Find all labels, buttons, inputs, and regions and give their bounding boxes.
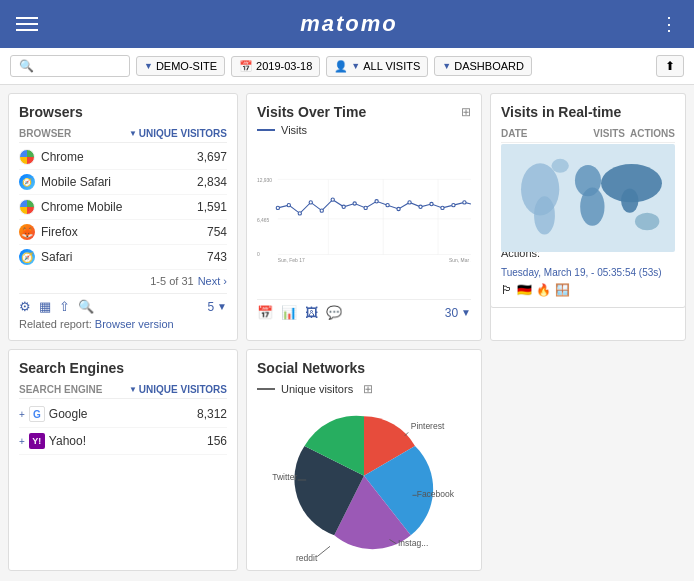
svg-point-13 bbox=[320, 209, 323, 212]
social-pie-container: Pinterest Facebook Instag... reddit Twit… bbox=[257, 400, 471, 560]
visits-bottom-arrow[interactable]: ▼ bbox=[461, 307, 471, 318]
se-row-yahoo: + Y! Yahoo! 156 bbox=[19, 428, 227, 455]
flag2-country-icon: 🇩🇪 bbox=[517, 283, 532, 297]
google-label: Google bbox=[49, 407, 88, 421]
yahoo-icon: Y! bbox=[29, 433, 45, 449]
svg-point-34 bbox=[621, 188, 638, 212]
svg-point-16 bbox=[353, 202, 356, 205]
svg-text:Pinterest: Pinterest bbox=[411, 421, 445, 431]
toolbar: 🔍 ▼ DEMO-SITE 📅 2019-03-18 👤 ▼ ALL VISIT… bbox=[0, 48, 694, 85]
date-button[interactable]: 📅 2019-03-18 bbox=[231, 56, 320, 77]
visits-legend-line bbox=[257, 129, 275, 131]
search-box[interactable]: 🔍 bbox=[10, 55, 130, 77]
social-legend-line bbox=[257, 388, 275, 390]
browser-row-chrome-mobile: Chrome Mobile 1,591 bbox=[19, 195, 227, 220]
demo-site-arrow: ▼ bbox=[144, 61, 153, 71]
svg-text:Sun, Feb 17: Sun, Feb 17 bbox=[278, 258, 305, 263]
google-icon: G bbox=[29, 406, 45, 422]
calendar-icon: 📅 bbox=[239, 60, 253, 73]
visits-chart-icon[interactable]: ⊞ bbox=[461, 105, 471, 119]
bar-chart-icon[interactable]: 📊 bbox=[281, 305, 297, 320]
yahoo-label: Yahoo! bbox=[49, 434, 86, 448]
table-icon[interactable]: ▦ bbox=[39, 299, 51, 314]
comment-icon[interactable]: 💬 bbox=[326, 305, 342, 320]
browser-row-safari: 🧭 Safari 743 bbox=[19, 245, 227, 270]
browser-row-firefox: 🦊 Firefox 754 bbox=[19, 220, 227, 245]
browser-left-safari: 🧭 Safari bbox=[19, 249, 72, 265]
chrome-label: Chrome bbox=[41, 150, 84, 164]
yahoo-expand-icon[interactable]: + bbox=[19, 436, 25, 447]
rows-arrow-icon[interactable]: ▼ bbox=[217, 301, 227, 312]
search-engines-card: Search Engines SEARCH ENGINE ▼ UNIQUE VI… bbox=[8, 349, 238, 571]
svg-text:Sun, Mar 17: Sun, Mar 17 bbox=[449, 258, 471, 263]
related-report: Related report: Browser version bbox=[19, 318, 227, 330]
safari-icon: 🧭 bbox=[19, 249, 35, 265]
chrome-mobile-label: Chrome Mobile bbox=[41, 200, 122, 214]
se-arrow-icon: ▼ bbox=[129, 385, 137, 394]
hamburger-menu[interactable] bbox=[16, 17, 38, 31]
svg-point-25 bbox=[452, 204, 455, 207]
svg-point-11 bbox=[298, 212, 301, 215]
demo-site-button[interactable]: ▼ DEMO-SITE bbox=[136, 56, 225, 76]
svg-point-24 bbox=[441, 206, 444, 209]
svg-line-44 bbox=[317, 546, 330, 556]
chrome-icon bbox=[19, 149, 35, 165]
flag2-icon: 🏳 bbox=[501, 283, 513, 297]
social-legend-label: Unique visitors bbox=[281, 383, 353, 395]
firefox-count: 754 bbox=[207, 225, 227, 239]
google-expand-icon[interactable]: + bbox=[19, 409, 25, 420]
chrome-mobile-count: 1,591 bbox=[197, 200, 227, 214]
rt-col-actions: ACTIONS bbox=[625, 128, 675, 139]
export-icon[interactable]: ⇧ bbox=[59, 299, 70, 314]
search-filter-icon[interactable]: 🔍 bbox=[78, 299, 94, 314]
svg-text:0: 0 bbox=[257, 252, 260, 257]
more-options-icon[interactable]: ⋮ bbox=[660, 13, 678, 35]
all-visits-button[interactable]: 👤 ▼ ALL VISITS bbox=[326, 56, 428, 77]
svg-text:reddit: reddit bbox=[296, 553, 318, 563]
se-left-google: + G Google bbox=[19, 406, 88, 422]
visits-chart-footer: 📅 📊 🖼 💬 30 ▼ bbox=[257, 299, 471, 320]
yahoo-count: 156 bbox=[207, 434, 227, 448]
visitors-col-label: ▼ UNIQUE VISITORS bbox=[129, 128, 227, 139]
social-pie-svg: Pinterest Facebook Instag... reddit Twit… bbox=[264, 395, 464, 565]
mobile-safari-icon: 🧭 bbox=[19, 174, 35, 190]
svg-text:Instag...: Instag... bbox=[398, 538, 428, 548]
collapse-button[interactable]: ⬆ bbox=[656, 55, 684, 77]
svg-text:6,465: 6,465 bbox=[257, 218, 270, 223]
image-icon[interactable]: 🖼 bbox=[305, 305, 318, 320]
search-input[interactable] bbox=[38, 60, 118, 72]
rt-header: DATE VISITS ACTIONS bbox=[501, 128, 675, 143]
chrome-count: 3,697 bbox=[197, 150, 227, 164]
svg-point-20 bbox=[397, 207, 400, 210]
line-chart-svg: 12,930 6,465 0 bbox=[257, 140, 471, 295]
visits-icon: 👤 bbox=[334, 60, 348, 73]
svg-point-14 bbox=[331, 198, 334, 201]
svg-point-10 bbox=[287, 204, 290, 207]
rt-entry-2-time: Tuesday, March 19, - 05:35:54 (53s) bbox=[501, 266, 675, 280]
rows-count: 5 bbox=[207, 300, 214, 314]
browsers-next-link[interactable]: Next › bbox=[198, 275, 227, 287]
visits-legend-label: Visits bbox=[281, 124, 307, 136]
firefox-rt-icon: 🔥 bbox=[536, 283, 551, 297]
se-left-yahoo: + Y! Yahoo! bbox=[19, 433, 86, 449]
browser-version-link[interactable]: Browser version bbox=[95, 318, 174, 330]
visits-chart-area: 12,930 6,465 0 bbox=[257, 140, 471, 295]
svg-point-35 bbox=[635, 213, 659, 230]
world-map-svg bbox=[501, 144, 675, 252]
browsers-pagination: 1-5 of 31 Next › bbox=[19, 275, 227, 287]
app-title: matomo bbox=[300, 11, 398, 37]
calendar-chart-icon[interactable]: 📅 bbox=[257, 305, 273, 320]
svg-point-26 bbox=[463, 201, 466, 204]
settings-icon[interactable]: ⚙ bbox=[19, 299, 31, 314]
mobile-safari-count: 2,834 bbox=[197, 175, 227, 189]
browser-row-chrome: Chrome 3,697 bbox=[19, 145, 227, 170]
browser-col-label: BROWSER bbox=[19, 128, 71, 139]
dashboard-button[interactable]: ▼ DASHBOARD bbox=[434, 56, 532, 76]
social-chart-icon[interactable]: ⊞ bbox=[363, 382, 373, 396]
browser-row-mobile-safari: 🧭 Mobile Safari 2,834 bbox=[19, 170, 227, 195]
se-table-header: SEARCH ENGINE ▼ UNIQUE VISITORS bbox=[19, 384, 227, 399]
svg-point-15 bbox=[342, 205, 345, 208]
browsers-card: Browsers BROWSER ▼ UNIQUE VISITORS Chrom… bbox=[8, 93, 238, 341]
visits-bottom-count: 30 bbox=[445, 306, 458, 320]
svg-point-23 bbox=[430, 202, 433, 205]
